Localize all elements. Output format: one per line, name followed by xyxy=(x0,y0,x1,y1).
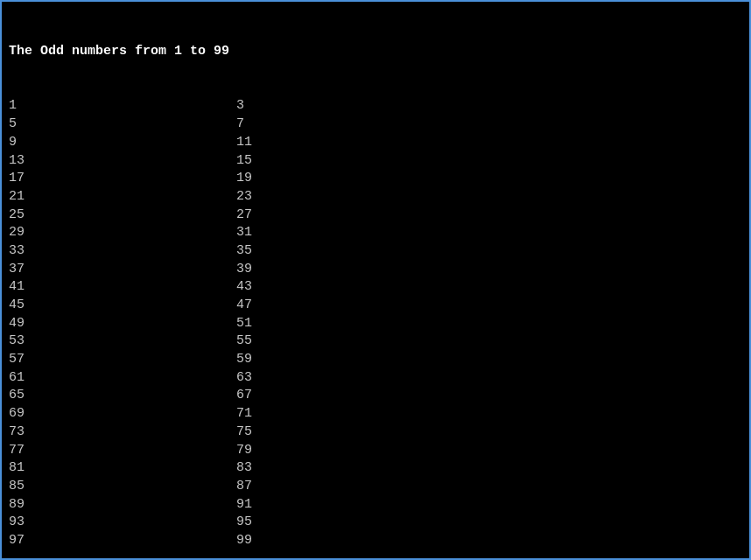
number-left: 5 xyxy=(9,116,236,134)
table-row: 13 xyxy=(9,97,742,116)
number-right: 39 xyxy=(236,261,411,279)
number-right: 11 xyxy=(236,134,411,152)
number-right: 63 xyxy=(236,369,411,388)
table-row: 3335 xyxy=(9,242,742,261)
table-row: 5355 xyxy=(9,332,742,351)
number-left: 77 xyxy=(9,442,236,460)
number-left: 45 xyxy=(9,297,236,315)
number-left: 97 xyxy=(9,532,236,550)
terminal-window: The Odd numbers from 1 to 99 13579111315… xyxy=(0,0,751,560)
number-left: 69 xyxy=(9,405,236,424)
number-right: 23 xyxy=(236,188,411,206)
number-right: 35 xyxy=(236,242,411,261)
title-line: The Odd numbers from 1 to 99 xyxy=(9,43,742,61)
number-left: 25 xyxy=(9,206,236,225)
number-right: 83 xyxy=(236,459,411,478)
number-right: 51 xyxy=(236,315,411,333)
table-row: 4547 xyxy=(9,297,742,315)
table-row: 3739 xyxy=(9,261,742,279)
number-right: 79 xyxy=(236,442,411,460)
table-row: 9799 xyxy=(9,532,742,550)
table-row: 7375 xyxy=(9,424,742,442)
table-row: 6971 xyxy=(9,405,742,424)
table-row: 8587 xyxy=(9,478,742,496)
number-left: 89 xyxy=(9,496,236,514)
number-right: 7 xyxy=(236,116,411,134)
number-left: 49 xyxy=(9,315,236,333)
number-right: 15 xyxy=(236,152,411,171)
number-right: 95 xyxy=(236,514,411,532)
number-right: 19 xyxy=(236,170,411,188)
table-row: 57 xyxy=(9,116,742,134)
number-left: 85 xyxy=(9,478,236,496)
number-left: 73 xyxy=(9,424,236,442)
terminal-content: The Odd numbers from 1 to 99 13579111315… xyxy=(9,7,742,560)
number-right: 59 xyxy=(236,351,411,369)
number-left: 37 xyxy=(9,261,236,279)
number-right: 27 xyxy=(236,206,411,225)
number-right: 43 xyxy=(236,278,411,297)
table-row: 6163 xyxy=(9,369,742,388)
number-left: 33 xyxy=(9,242,236,261)
number-left: 61 xyxy=(9,369,236,388)
number-right: 75 xyxy=(236,424,411,442)
table-row: 8183 xyxy=(9,459,742,478)
number-right: 55 xyxy=(236,332,411,351)
number-right: 67 xyxy=(236,387,411,405)
table-row: 911 xyxy=(9,134,742,152)
table-row: 6567 xyxy=(9,387,742,405)
table-row: 4143 xyxy=(9,278,742,297)
table-row: 2527 xyxy=(9,206,742,225)
number-left: 53 xyxy=(9,332,236,351)
table-row: 7779 xyxy=(9,442,742,460)
number-left: 21 xyxy=(9,188,236,206)
table-row: 9395 xyxy=(9,514,742,532)
table-row: 5759 xyxy=(9,351,742,369)
number-right: 3 xyxy=(236,97,411,116)
number-left: 41 xyxy=(9,278,236,297)
number-right: 87 xyxy=(236,478,411,496)
number-left: 81 xyxy=(9,459,236,478)
number-left: 17 xyxy=(9,170,236,188)
number-left: 13 xyxy=(9,152,236,171)
number-left: 57 xyxy=(9,351,236,369)
number-left: 9 xyxy=(9,134,236,152)
number-right: 91 xyxy=(236,496,411,514)
table-row: 8991 xyxy=(9,496,742,514)
numbers-container: 1357911131517192123252729313335373941434… xyxy=(9,97,742,550)
number-left: 1 xyxy=(9,97,236,116)
table-row: 4951 xyxy=(9,315,742,333)
number-right: 47 xyxy=(236,297,411,315)
table-row: 1315 xyxy=(9,152,742,171)
number-left: 29 xyxy=(9,224,236,242)
number-right: 99 xyxy=(236,532,411,550)
table-row: 2931 xyxy=(9,224,742,242)
number-left: 93 xyxy=(9,514,236,532)
number-right: 71 xyxy=(236,405,411,424)
table-row: 1719 xyxy=(9,170,742,188)
table-row: 2123 xyxy=(9,188,742,206)
number-right: 31 xyxy=(236,224,411,242)
number-left: 65 xyxy=(9,387,236,405)
